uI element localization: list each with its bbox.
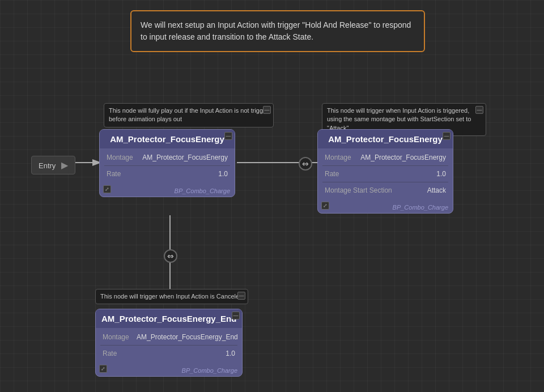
node1-rate-value: 1.0 [218, 170, 228, 178]
node2-section-value: Attack [427, 186, 446, 194]
node3-title: AM_Protector_FocusEnergy_End [96, 309, 242, 328]
node2-collapse-button[interactable]: — [443, 132, 450, 140]
node2-rate-value: 1.0 [436, 170, 446, 178]
node1-tooltip: This node will fully play out if the Inp… [104, 103, 274, 127]
node3-row-rate: Rate 1.0 [100, 348, 237, 359]
transition-icon-1-2[interactable]: ⇔ [299, 157, 312, 171]
node2-tooltip-text: This node will trigger when Input Action… [327, 107, 471, 131]
node3-tooltip-text: This node will trigger when Input Action… [100, 293, 243, 300]
node3-montage-value: AM_Protector_FocusEnergy_End [137, 333, 238, 341]
entry-node: Entry ▶ [31, 156, 75, 174]
node2-montage-label: Montage [325, 154, 359, 161]
node1-title: AM_Protector_FocusEnergy [100, 130, 235, 148]
node2-title: AM_Protector_FocusEnergy [318, 130, 453, 148]
node2-footer: BP_Combo_Charge [318, 202, 453, 213]
transition-icon-1-3[interactable]: ⇔ [164, 249, 177, 263]
node1-rate-label: Rate [107, 170, 141, 178]
node3-rate-value: 1.0 [226, 350, 235, 357]
node3-montage-label: Montage [103, 333, 137, 341]
node2-montage-value: AM_Protector_FocusEnergy [360, 154, 446, 161]
node2-section-label: Montage Start Section [325, 186, 392, 194]
node3-footer: BP_Combo_Charge [96, 365, 242, 376]
node3[interactable]: — AM_Protector_FocusEnergy_End Montage A… [95, 309, 243, 377]
node3-row-montage: Montage AM_Protector_FocusEnergy_End [100, 331, 237, 343]
node2[interactable]: — AM_Protector_FocusEnergy Montage AM_Pr… [317, 129, 453, 214]
node3-expand-button[interactable]: — [237, 292, 245, 300]
node3-tooltip: This node will trigger when Input Action… [95, 289, 248, 304]
transition-icon-symbol-2: ⇔ [167, 252, 174, 261]
node2-rate-label: Rate [325, 170, 359, 178]
node1-row-montage: Montage AM_Protector_FocusEnergy [104, 152, 230, 163]
node3-resize-button[interactable]: ⤢ [99, 365, 107, 373]
node1-collapse-button[interactable]: — [224, 132, 232, 140]
node1-montage-value: AM_Protector_FocusEnergy [142, 154, 228, 161]
node2-row-rate: Rate 1.0 [322, 168, 448, 180]
node1-expand-button[interactable]: — [263, 106, 271, 114]
node1-tooltip-text: This node will fully play out if the Inp… [109, 107, 269, 122]
callout-box: We will next setup an Input Action with … [130, 10, 425, 52]
node1-montage-label: Montage [107, 154, 141, 161]
node3-rate-label: Rate [103, 350, 137, 357]
node1-row-rate: Rate 1.0 [104, 168, 230, 180]
node2-expand-button[interactable]: — [475, 106, 483, 114]
node1-resize-button[interactable]: ⤢ [103, 185, 111, 193]
node3-collapse-button[interactable]: — [232, 312, 240, 319]
node1-footer: BP_Combo_Charge [100, 185, 235, 197]
node2-resize-button[interactable]: ⤢ [321, 202, 329, 210]
node2-row-section: Montage Start Section Attack [322, 185, 448, 196]
transition-icon-symbol: ⇔ [302, 159, 309, 168]
callout-text: We will next setup an Input Action with … [141, 20, 411, 41]
node1[interactable]: — AM_Protector_FocusEnergy Montage AM_Pr… [99, 129, 235, 197]
entry-label: Entry [39, 161, 56, 170]
node2-row-montage: Montage AM_Protector_FocusEnergy [322, 152, 448, 163]
